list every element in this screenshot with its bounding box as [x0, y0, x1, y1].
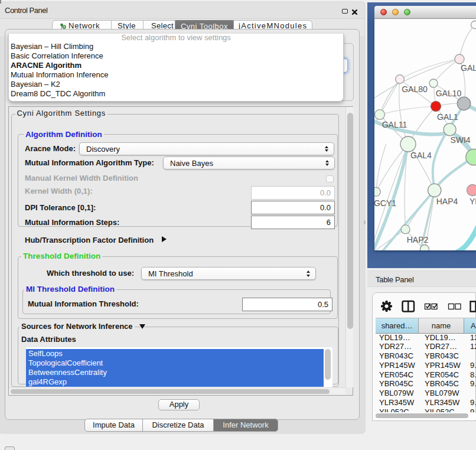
svg-text:GAL11: GAL11: [382, 120, 407, 129]
svg-text:GAL80: GAL80: [402, 84, 428, 94]
svg-text:GAL7: GAL7: [461, 63, 476, 73]
svg-text:SWI4: SWI4: [450, 135, 470, 145]
svg-text:GAL10: GAL10: [436, 89, 462, 98]
svg-text:YEL: YEL: [470, 197, 476, 206]
svg-text:GCY1: GCY1: [374, 198, 396, 208]
svg-text:HAP4: HAP4: [436, 197, 458, 206]
svg-text:HAP2: HAP2: [407, 235, 429, 244]
svg-text:GAL1: GAL1: [437, 112, 458, 122]
svg-text:GAL4: GAL4: [410, 151, 432, 160]
